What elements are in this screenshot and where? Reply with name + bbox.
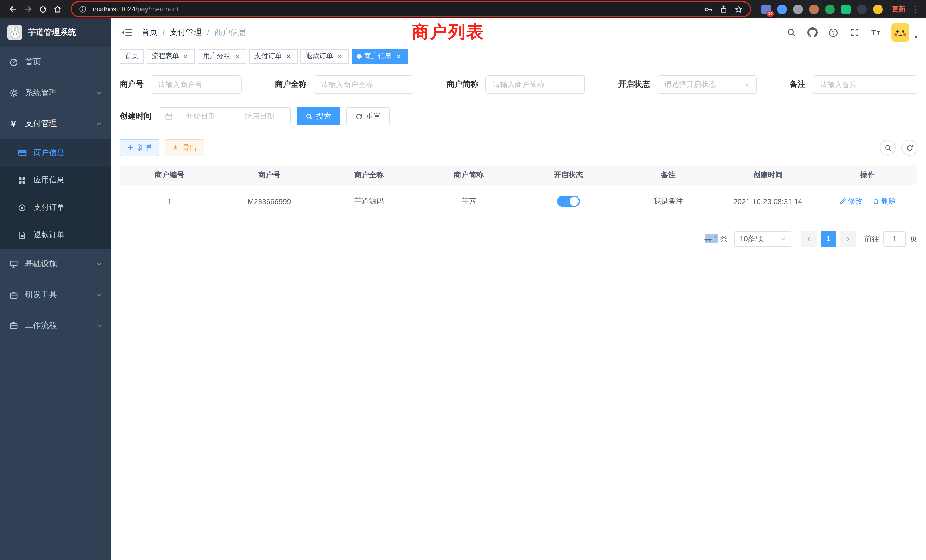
cell-merchant-no: 1 [120, 185, 219, 218]
status-toggle[interactable] [557, 195, 580, 207]
extension-badge: 10 [767, 11, 774, 16]
next-page-icon[interactable] [840, 231, 856, 247]
font-size-icon[interactable]: TT [870, 27, 882, 38]
refresh-icon[interactable] [902, 140, 917, 156]
extension-icon[interactable] [793, 4, 803, 14]
browser-home-icon[interactable] [50, 2, 65, 17]
extension-icon[interactable]: 10 [761, 4, 771, 14]
breadcrumb: 首页 / 支付管理 / 商户信息 [141, 27, 246, 38]
logo-avatar [8, 25, 22, 40]
sidebar-menu: 首页 系统管理 ¥ 支付管理 [0, 47, 111, 341]
sidebar-item-merchant-info[interactable]: 商户信息 [0, 139, 111, 166]
sidebar-item-system[interactable]: 系统管理 [0, 77, 111, 108]
col-status: 开启状态 [519, 165, 618, 185]
monitor-icon [9, 259, 18, 269]
edit-link[interactable]: 修改 [839, 196, 863, 206]
browser-update-button[interactable]: 更新 [892, 4, 905, 14]
filter-row-2: 创建时间 开始日期 - 结束日期 搜索 [120, 107, 917, 126]
short-name-label: 商户简称 [446, 79, 478, 89]
date-range-picker[interactable]: 开始日期 - 结束日期 [159, 107, 291, 126]
chevron-down-icon [96, 260, 103, 268]
caret-down-icon[interactable]: ▾ [915, 34, 917, 42]
goto-label: 前往 [864, 233, 879, 244]
svg-text:T: T [877, 30, 880, 36]
toggle-search-icon[interactable] [880, 140, 896, 156]
user-avatar[interactable] [891, 23, 909, 42]
sidebar: 芋道管理系统 首页 系统管理 [0, 18, 111, 560]
reset-button[interactable]: 重置 [346, 107, 390, 126]
add-button[interactable]: 新增 [120, 139, 159, 156]
col-create-time: 创建时间 [718, 165, 818, 185]
extension-icon[interactable] [825, 4, 835, 14]
status-select[interactable]: 请选择开启状态 [657, 75, 757, 94]
sidebar-item-app-info[interactable]: 应用信息 [0, 166, 111, 194]
delete-link[interactable]: 删除 [873, 196, 896, 206]
page-number-1[interactable]: 1 [820, 231, 837, 247]
create-time-label: 创建时间 [120, 111, 152, 121]
browser-profile-icon[interactable] [873, 4, 883, 14]
extension-icon[interactable] [777, 4, 787, 14]
short-name-input[interactable] [485, 75, 585, 94]
svg-text:?: ? [832, 30, 835, 35]
sidebar-item-home[interactable]: 首页 [0, 47, 111, 77]
sidebar-item-refund-order[interactable]: 退款订单 [0, 221, 111, 249]
site-info-icon[interactable] [79, 5, 87, 13]
breadcrumb-home[interactable]: 首页 [141, 27, 157, 38]
dashboard-icon [9, 57, 18, 67]
app-logo[interactable]: 芋道管理系统 [0, 18, 111, 47]
export-button[interactable]: 导出 [165, 139, 204, 156]
fullscreen-icon[interactable] [849, 27, 861, 38]
page-size-select[interactable]: 10条/页 [734, 231, 791, 247]
tab-pay-order[interactable]: 支付订单 × [249, 49, 298, 64]
tab-home[interactable]: 首页 [120, 49, 144, 64]
tab-refund-order[interactable]: 退款订单 × [301, 49, 349, 64]
close-icon[interactable]: × [336, 52, 344, 60]
breadcrumb-payment[interactable]: 支付管理 [170, 27, 202, 38]
sidebar-fold-icon[interactable] [120, 26, 133, 39]
full-name-label: 商户全称 [275, 79, 307, 89]
tab-process-form[interactable]: 流程表单 × [147, 49, 195, 64]
sidebar-item-pay-order[interactable]: 支付订单 [0, 194, 111, 221]
merchant-no-label: 商户号 [120, 79, 144, 89]
extension-icon[interactable] [857, 4, 867, 14]
url-bar[interactable]: localhost:1024/pay/merchant [72, 2, 750, 16]
help-icon[interactable]: ? [828, 27, 839, 38]
cell-remark: 我是备注 [618, 185, 718, 218]
bookmark-star-icon[interactable] [734, 5, 743, 14]
sidebar-item-infrastructure[interactable]: 基础设施 [0, 249, 111, 279]
close-icon[interactable]: × [395, 52, 402, 60]
browser-menu-icon[interactable]: ⋮ [910, 4, 920, 14]
full-name-input[interactable] [313, 75, 413, 94]
sidebar-item-payment[interactable]: ¥ 支付管理 [0, 108, 111, 139]
sidebar-item-workflow[interactable]: 工作流程 [0, 310, 111, 341]
close-icon[interactable]: × [182, 52, 190, 60]
profile-avatar-icon[interactable] [809, 4, 819, 14]
browser-forward-icon[interactable] [21, 2, 35, 17]
tab-user-group[interactable]: 用户分组 × [198, 49, 246, 64]
date-separator: - [229, 112, 232, 121]
goto-page-input[interactable] [883, 231, 906, 247]
toolbox-icon [9, 290, 18, 300]
table-header-row: 商户编号 商户号 商户全称 商户简称 开启状态 备注 创建时间 操作 [120, 165, 917, 185]
github-icon[interactable] [807, 27, 818, 38]
close-icon[interactable]: × [284, 52, 292, 60]
search-button[interactable]: 搜索 [297, 107, 340, 126]
close-icon[interactable]: × [233, 52, 241, 60]
search-icon[interactable] [786, 27, 797, 38]
remark-label: 备注 [790, 79, 806, 89]
merchant-no-input[interactable] [151, 75, 242, 94]
tab-merchant-info[interactable]: 商户信息 × [352, 49, 408, 64]
passwords-key-icon[interactable] [704, 5, 713, 14]
prev-page-icon[interactable] [801, 231, 817, 247]
browser-back-icon[interactable] [6, 2, 21, 17]
cell-merchant-id: M233666999 [219, 185, 319, 218]
remark-input[interactable] [813, 75, 917, 94]
sidebar-item-dev-tools[interactable]: 研发工具 [0, 279, 111, 310]
chevron-down-icon [780, 236, 786, 242]
extension-icon[interactable] [841, 4, 851, 14]
col-full-name: 商户全称 [319, 165, 419, 185]
breadcrumb-current: 商户信息 [214, 27, 246, 38]
col-merchant-no: 商户编号 [120, 165, 219, 185]
browser-reload-icon[interactable] [35, 2, 50, 17]
share-icon[interactable] [720, 5, 728, 13]
